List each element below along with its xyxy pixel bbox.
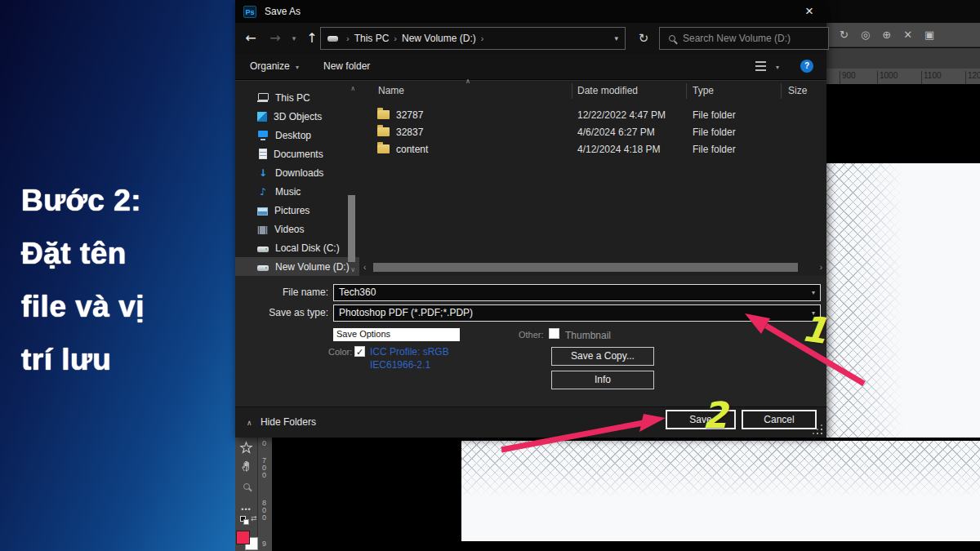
foreground-color-swatch[interactable]: [236, 531, 250, 544]
sidebar-scrollbar-thumb[interactable]: [348, 195, 355, 262]
file-name-input[interactable]: Tech360 ▾: [333, 284, 821, 301]
recent-locations-chevron-icon[interactable]: ▾: [286, 23, 302, 54]
scroll-down-icon[interactable]: ∨: [350, 266, 355, 273]
pictures-icon: [257, 207, 268, 216]
hard-drive-icon: [257, 265, 269, 271]
hard-drive-icon: [257, 247, 269, 252]
3d-roll-icon[interactable]: ◎: [861, 29, 870, 41]
sidebar-item-label: New Volume (D:): [275, 261, 350, 273]
sidebar-item-downloads[interactable]: ↓ Downloads: [235, 163, 359, 182]
breadcrumb-new-volume-d[interactable]: New Volume (D:): [402, 33, 476, 44]
ps-horizontal-ruler: 900 1000 1100 1200: [826, 69, 980, 84]
address-dropdown-chevron-icon[interactable]: ▾: [614, 34, 618, 42]
file-date: 12/22/2022 4:47 PM: [577, 109, 666, 121]
cancel-button[interactable]: Cancel: [742, 410, 817, 429]
chevron-down-icon[interactable]: ▾: [812, 290, 815, 296]
sidebar-item-label: Videos: [274, 224, 304, 235]
sidebar-item-label: Local Disk (C:): [275, 242, 340, 254]
ps-canvas-pasteboard: [826, 84, 980, 163]
up-button[interactable]: ↑: [302, 23, 322, 54]
file-row-32837[interactable]: 32837 4/6/2024 6:27 PM File folder: [359, 123, 817, 140]
organize-button[interactable]: Organize ▾: [250, 60, 299, 72]
sidebar-item-3d-objects[interactable]: 3D Objects: [235, 107, 359, 126]
column-header-name[interactable]: Name: [378, 85, 404, 96]
organize-dropdown-chevron-icon: ▾: [296, 64, 299, 71]
ruler-tick: 1100: [921, 71, 942, 84]
3d-slide-icon[interactable]: ✕: [903, 29, 912, 41]
address-bar[interactable]: › This PC › New Volume (D:) › ▾: [320, 27, 626, 50]
sidebar-item-this-pc[interactable]: This PC: [235, 88, 359, 107]
sidebar-item-label: Pictures: [274, 205, 310, 216]
view-dropdown-chevron-icon[interactable]: ▾: [776, 64, 779, 71]
folder-icon: [377, 144, 390, 153]
column-divider[interactable]: [572, 83, 572, 99]
breadcrumb-this-pc[interactable]: This PC: [354, 33, 390, 44]
help-icon[interactable]: ?: [800, 60, 813, 73]
column-header-size[interactable]: Size: [788, 85, 807, 96]
sidebar-item-documents[interactable]: Documents: [235, 144, 359, 163]
file-type: File folder: [693, 127, 736, 138]
zoom-tool-icon[interactable]: [238, 478, 254, 494]
icc-profile-checkbox[interactable]: ✓: [354, 346, 365, 357]
dialog-titlebar[interactable]: Ps Save As ×: [235, 0, 826, 23]
videos-icon: [257, 226, 268, 234]
horizontal-scrollbar-thumb[interactable]: [373, 263, 798, 272]
file-list-header: Name Date modified Type Size: [359, 82, 826, 100]
caption-line: Bước 2:: [21, 174, 145, 227]
file-row-content[interactable]: content 4/12/2024 4:18 PM File folder: [359, 140, 817, 158]
music-icon: ♪: [257, 186, 269, 198]
resize-grip[interactable]: [814, 426, 822, 434]
documents-icon: [259, 149, 267, 159]
file-date: 4/12/2024 4:18 PM: [577, 144, 660, 155]
scroll-up-icon[interactable]: ∧: [350, 85, 355, 92]
hide-folders-button[interactable]: ∧ Hide Folders: [247, 416, 316, 428]
sidebar-item-label: Music: [275, 186, 301, 198]
search-placeholder: Search New Volume (D:): [683, 33, 791, 44]
thumbnail-checkbox[interactable]: [549, 328, 559, 339]
annotation-number-1: 1: [800, 307, 830, 352]
ps-canvas-pasteboard: [272, 438, 461, 541]
mini-background-swatch: [243, 519, 249, 525]
column-divider[interactable]: [686, 83, 687, 99]
3d-orbit-icon[interactable]: ↻: [840, 29, 849, 41]
column-divider[interactable]: [781, 83, 782, 99]
3d-pan-icon[interactable]: ⊕: [882, 29, 891, 41]
custom-shape-tool-icon[interactable]: [238, 440, 254, 455]
save-as-dialog: Ps Save As × ← → ▾ ↑ › This PC › New Vol…: [235, 0, 826, 438]
change-view-icon[interactable]: [755, 61, 766, 72]
swap-colors-icon[interactable]: ⇄: [238, 516, 254, 531]
thumbnail-label: Thumbnail: [565, 330, 611, 341]
this-pc-icon: [257, 92, 269, 103]
column-header-type[interactable]: Type: [693, 85, 714, 96]
info-button[interactable]: Info: [551, 371, 654, 389]
scroll-right-icon[interactable]: ›: [820, 262, 822, 273]
sidebar-item-local-disk-c[interactable]: Local Disk (C:): [235, 238, 359, 257]
sidebar-item-videos[interactable]: Videos: [235, 220, 359, 238]
ruler-tick: 1200: [965, 71, 980, 84]
3d-camera-icon[interactable]: ▣: [924, 29, 934, 41]
save-as-type-select[interactable]: Photoshop PDF (*.PDF;*.PDP) ▾: [333, 304, 821, 322]
file-name-value: Tech360: [339, 287, 376, 298]
hand-tool-icon[interactable]: [238, 458, 254, 473]
sidebar-item-new-volume-d[interactable]: New Volume (D:): [235, 257, 359, 276]
sidebar-item-desktop[interactable]: Desktop: [235, 126, 359, 144]
dialog-title: Save As: [265, 6, 301, 17]
icc-profile-line2: IEC61966-2.1: [370, 358, 449, 371]
refresh-icon[interactable]: ↻: [633, 27, 654, 50]
save-a-copy-button[interactable]: Save a Copy...: [551, 347, 654, 366]
file-name: 32787: [396, 109, 423, 121]
folder-icon: [377, 110, 390, 119]
scroll-left-icon[interactable]: ‹: [363, 262, 366, 273]
horizontal-scrollbar[interactable]: ‹ ›: [362, 262, 824, 273]
sidebar-item-music[interactable]: ♪ Music: [235, 182, 359, 201]
back-button[interactable]: ←: [240, 23, 261, 54]
column-header-date-modified[interactable]: Date modified: [577, 85, 638, 96]
sidebar-item-pictures[interactable]: Pictures: [235, 201, 359, 220]
search-box[interactable]: Search New Volume (D:): [659, 27, 829, 50]
close-icon[interactable]: ×: [799, 2, 820, 21]
new-folder-button[interactable]: New folder: [323, 60, 370, 72]
search-icon: [669, 35, 675, 42]
file-row-32787[interactable]: 32787 12/22/2022 4:47 PM File folder: [359, 106, 817, 123]
chevron-right-icon: ›: [394, 33, 397, 43]
forward-button[interactable]: →: [265, 23, 286, 54]
